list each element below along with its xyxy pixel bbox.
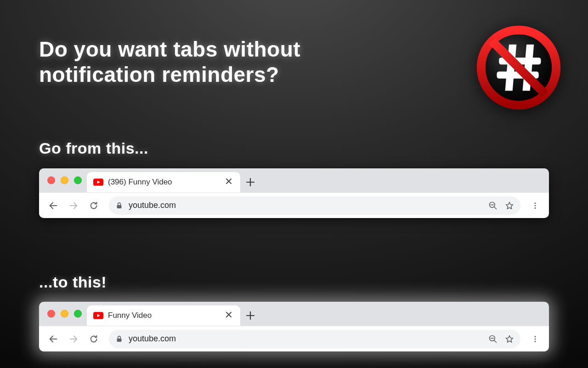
browser-toolbar: youtube.com [39, 326, 549, 351]
address-bar[interactable]: youtube.com [109, 196, 520, 215]
browser-tab[interactable]: (396) Funny Video [87, 172, 240, 192]
youtube-favicon-icon [93, 178, 103, 186]
omnibox-actions [488, 334, 514, 344]
svg-point-8 [535, 202, 536, 204]
maximize-window-button[interactable] [74, 310, 82, 318]
reload-button[interactable] [85, 330, 102, 348]
svg-point-10 [535, 207, 536, 208]
minimize-window-button[interactable] [61, 177, 68, 184]
back-button[interactable] [45, 197, 62, 214]
browser-toolbar: youtube.com [39, 192, 549, 218]
svg-rect-6 [117, 205, 122, 208]
browser-menu-button[interactable] [527, 330, 543, 348]
svg-point-14 [535, 336, 536, 337]
zoom-out-icon[interactable] [488, 334, 498, 344]
svg-point-15 [535, 338, 536, 339]
bookmark-star-icon[interactable] [505, 201, 514, 210]
svg-rect-12 [117, 339, 122, 342]
new-tab-button[interactable] [240, 305, 260, 326]
browser-before: (396) Funny Video youtube.com [39, 168, 549, 218]
omnibox-actions [488, 201, 514, 210]
address-bar-url: youtube.com [129, 334, 176, 344]
youtube-favicon-icon [93, 312, 103, 319]
tab-title: Funny Video [108, 311, 224, 320]
new-tab-button[interactable] [240, 172, 260, 192]
svg-point-9 [535, 205, 536, 206]
tab-title: (396) Funny Video [108, 178, 224, 187]
bookmark-star-icon[interactable] [505, 334, 514, 344]
lock-icon [115, 335, 123, 343]
tab-strip: (396) Funny Video [39, 168, 549, 192]
zoom-out-icon[interactable] [488, 201, 498, 210]
maximize-window-button[interactable] [74, 177, 82, 184]
close-window-button[interactable] [47, 177, 55, 184]
forward-button[interactable] [65, 330, 82, 348]
close-tab-icon[interactable] [224, 178, 234, 187]
address-bar[interactable]: youtube.com [109, 330, 520, 348]
window-controls [47, 177, 82, 184]
browser-after: Funny Video youtube.com [39, 302, 549, 351]
back-button[interactable] [45, 330, 62, 348]
subhead-after: ...to this! [39, 273, 107, 291]
close-tab-icon[interactable] [224, 311, 234, 320]
address-bar-url: youtube.com [129, 201, 176, 210]
browser-menu-button[interactable] [527, 197, 543, 214]
close-window-button[interactable] [47, 310, 55, 318]
reload-button[interactable] [85, 197, 102, 214]
no-hash-icon [475, 24, 562, 111]
minimize-window-button[interactable] [61, 310, 68, 318]
window-controls [47, 310, 82, 318]
lock-icon [115, 201, 123, 209]
forward-button[interactable] [65, 197, 82, 214]
tab-strip: Funny Video [39, 302, 549, 326]
extension-logo [475, 24, 562, 111]
browser-tab[interactable]: Funny Video [87, 305, 240, 326]
svg-point-16 [535, 340, 536, 342]
subhead-before: Go from this... [39, 139, 148, 157]
headline: Do you want tabs without notification re… [39, 37, 407, 87]
